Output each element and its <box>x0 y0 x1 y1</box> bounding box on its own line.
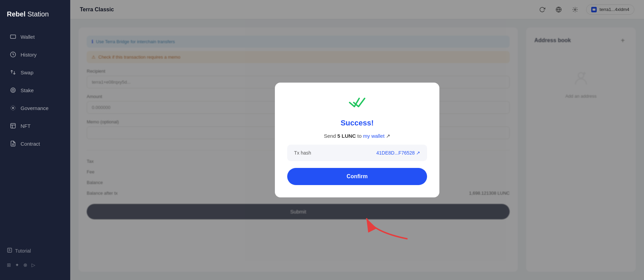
social-links: ⊞ ✦ ⊗ ▷ <box>0 259 70 273</box>
svg-rect-0 <box>11 35 16 39</box>
wallet-link[interactable]: my wallet <box>363 133 385 139</box>
contract-icon <box>10 140 16 147</box>
sidebar-item-stake[interactable]: Stake <box>3 82 67 98</box>
sidebar-item-wallet[interactable]: Wallet <box>3 28 67 45</box>
success-modal: Success! Send 5 LUNC to my wallet ↗ Tx h… <box>275 83 439 197</box>
nft-icon <box>10 122 16 129</box>
stake-icon <box>10 87 16 94</box>
send-amount: 5 <box>337 133 340 139</box>
sidebar-item-governance-label: Governance <box>21 105 49 111</box>
sidebar-item-swap[interactable]: Swap <box>3 64 67 81</box>
send-currency: LUNC <box>342 133 356 139</box>
sidebar: Rebel Station Wallet History Swap Stake <box>0 0 70 280</box>
svg-point-4 <box>12 107 14 109</box>
swap-icon <box>10 69 16 76</box>
sidebar-item-history-label: History <box>21 52 37 58</box>
modal-overlay: Success! Send 5 LUNC to my wallet ↗ Tx h… <box>70 0 644 280</box>
arrow-indicator <box>346 205 414 246</box>
tutorial-item[interactable]: Tutorial <box>0 242 70 259</box>
tutorial-label: Tutorial <box>15 248 31 254</box>
svg-point-3 <box>12 89 14 91</box>
tutorial-icon <box>7 247 12 254</box>
confirm-button[interactable]: Confirm <box>287 168 427 185</box>
sidebar-item-stake-label: Stake <box>21 87 34 93</box>
discord-icon[interactable]: ⊞ <box>7 262 11 268</box>
sidebar-item-contract[interactable]: Contract <box>3 135 67 152</box>
message-mid: to <box>357 133 362 139</box>
sidebar-item-contract-label: Contract <box>21 141 40 147</box>
success-title: Success! <box>341 119 374 127</box>
history-icon <box>10 51 16 58</box>
success-message: Send 5 LUNC to my wallet ↗ <box>324 133 390 139</box>
svg-point-2 <box>11 88 15 93</box>
sidebar-item-history[interactable]: History <box>3 46 67 63</box>
telegram-icon[interactable]: ▷ <box>32 262 35 268</box>
success-checkmark-icon <box>349 96 365 112</box>
tx-hash-value[interactable]: 41DE8D...F76528 ↗ <box>376 150 420 156</box>
main-content: Terra Classic terra1...4xldm4 ℹ <box>70 0 644 280</box>
twitter-icon[interactable]: ✦ <box>15 262 19 268</box>
sidebar-item-nft[interactable]: NFT <box>3 118 67 134</box>
sidebar-item-swap-label: Swap <box>21 70 34 75</box>
logo-normal: Station <box>25 10 49 18</box>
logo: Rebel Station <box>0 7 70 28</box>
tx-hash-label: Tx hash <box>294 150 311 156</box>
wallet-icon <box>10 33 16 40</box>
governance-icon <box>10 105 16 111</box>
svg-rect-5 <box>11 123 15 128</box>
sidebar-nav: Wallet History Swap Stake Governance <box>0 28 70 242</box>
message-prefix: Send <box>324 133 336 139</box>
sidebar-item-wallet-label: Wallet <box>21 34 35 40</box>
logo-bold: Rebel <box>7 10 25 18</box>
sidebar-item-nft-label: NFT <box>21 123 31 129</box>
tx-hash-box: Tx hash 41DE8D...F76528 ↗ <box>287 145 427 161</box>
github-icon[interactable]: ⊗ <box>23 262 27 268</box>
sidebar-item-governance[interactable]: Governance <box>3 100 67 116</box>
